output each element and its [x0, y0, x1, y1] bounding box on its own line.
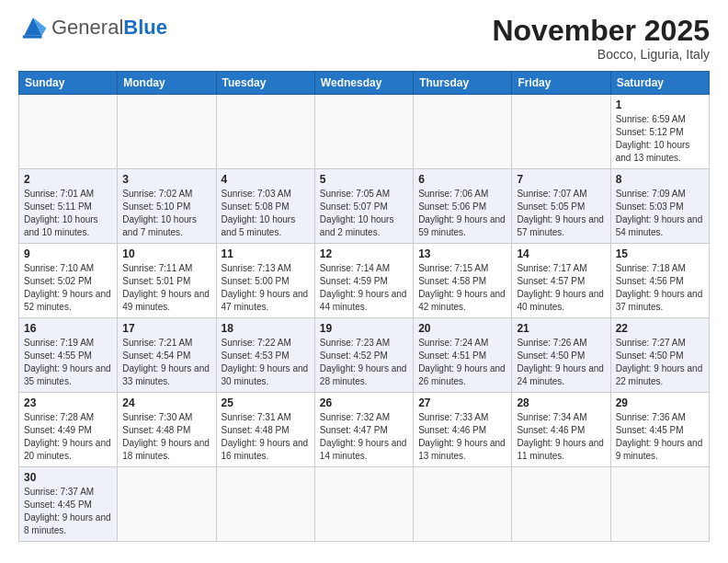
day-cell: 6Sunrise: 7:06 AMSunset: 5:06 PMDaylight… [414, 169, 512, 244]
day-cell [512, 95, 610, 169]
day-number: 13 [418, 247, 506, 260]
header: GeneralBlue November 2025 Bocco, Liguria… [18, 15, 710, 62]
day-number: 25 [222, 396, 310, 409]
calendar-table: SundayMondayTuesdayWednesdayThursdayFrid… [18, 71, 710, 542]
day-number: 3 [122, 173, 210, 186]
day-info: Sunrise: 7:11 AMSunset: 5:01 PMDaylight:… [122, 262, 210, 314]
week-row-5: 30Sunrise: 7:37 AMSunset: 4:45 PMDayligh… [19, 467, 710, 542]
day-cell [118, 95, 216, 169]
day-info: Sunrise: 7:32 AMSunset: 4:47 PMDaylight:… [320, 411, 408, 463]
day-number: 26 [320, 396, 408, 409]
day-cell: 29Sunrise: 7:36 AMSunset: 4:45 PMDayligh… [610, 393, 709, 467]
day-number: 22 [616, 322, 704, 335]
day-cell: 3Sunrise: 7:02 AMSunset: 5:10 PMDaylight… [118, 169, 216, 244]
day-number: 6 [418, 173, 506, 186]
day-cell: 21Sunrise: 7:26 AMSunset: 4:50 PMDayligh… [512, 318, 610, 393]
day-info: Sunrise: 7:26 AMSunset: 4:50 PMDaylight:… [517, 337, 605, 388]
day-info: Sunrise: 7:37 AMSunset: 4:45 PMDaylight:… [24, 486, 112, 537]
day-cell: 8Sunrise: 7:09 AMSunset: 5:03 PMDaylight… [610, 169, 709, 244]
day-info: Sunrise: 7:31 AMSunset: 4:48 PMDaylight:… [222, 411, 310, 463]
day-cell: 27Sunrise: 7:33 AMSunset: 4:46 PMDayligh… [414, 393, 512, 467]
day-cell: 5Sunrise: 7:05 AMSunset: 5:07 PMDaylight… [314, 169, 413, 244]
day-number: 14 [517, 247, 605, 260]
day-info: Sunrise: 7:03 AMSunset: 5:08 PMDaylight:… [222, 188, 310, 239]
day-info: Sunrise: 7:33 AMSunset: 4:46 PMDaylight:… [418, 411, 506, 463]
day-info: Sunrise: 7:22 AMSunset: 4:53 PMDaylight:… [222, 337, 310, 388]
day-cell: 7Sunrise: 7:07 AMSunset: 5:05 PMDaylight… [512, 169, 610, 244]
day-number: 16 [24, 322, 112, 335]
day-cell: 26Sunrise: 7:32 AMSunset: 4:47 PMDayligh… [314, 393, 413, 467]
header-wednesday: Wednesday [314, 72, 413, 95]
day-cell [414, 95, 512, 169]
day-number: 9 [24, 247, 112, 260]
day-cell: 18Sunrise: 7:22 AMSunset: 4:53 PMDayligh… [216, 318, 314, 393]
svg-rect-2 [23, 35, 42, 38]
day-cell [216, 95, 314, 169]
week-row-2: 9Sunrise: 7:10 AMSunset: 5:02 PMDaylight… [19, 244, 710, 318]
day-cell [512, 467, 610, 542]
day-number: 17 [122, 322, 210, 335]
day-info: Sunrise: 7:21 AMSunset: 4:54 PMDaylight:… [122, 337, 210, 388]
day-number: 24 [122, 396, 210, 409]
day-number: 12 [320, 247, 408, 260]
day-cell [118, 467, 216, 542]
day-cell: 16Sunrise: 7:19 AMSunset: 4:55 PMDayligh… [19, 318, 118, 393]
day-cell: 22Sunrise: 7:27 AMSunset: 4:50 PMDayligh… [610, 318, 709, 393]
day-number: 7 [517, 173, 605, 186]
day-number: 4 [222, 173, 310, 186]
day-number: 20 [418, 322, 506, 335]
day-number: 2 [24, 173, 112, 186]
day-cell: 10Sunrise: 7:11 AMSunset: 5:01 PMDayligh… [118, 244, 216, 318]
logo-blue: Blue [123, 16, 167, 39]
day-cell: 13Sunrise: 7:15 AMSunset: 4:58 PMDayligh… [414, 244, 512, 318]
calendar-page: GeneralBlue November 2025 Bocco, Liguria… [0, 0, 728, 563]
logo-icon [18, 15, 48, 40]
day-info: Sunrise: 7:27 AMSunset: 4:50 PMDaylight:… [616, 337, 704, 388]
header-sunday: Sunday [19, 72, 118, 95]
day-cell: 4Sunrise: 7:03 AMSunset: 5:08 PMDaylight… [216, 169, 314, 244]
week-row-4: 23Sunrise: 7:28 AMSunset: 4:49 PMDayligh… [19, 393, 710, 467]
day-info: Sunrise: 7:07 AMSunset: 5:05 PMDaylight:… [517, 188, 605, 239]
day-info: Sunrise: 7:19 AMSunset: 4:55 PMDaylight:… [24, 337, 112, 388]
day-cell: 15Sunrise: 7:18 AMSunset: 4:56 PMDayligh… [610, 244, 709, 318]
header-thursday: Thursday [414, 72, 512, 95]
day-info: Sunrise: 7:28 AMSunset: 4:49 PMDaylight:… [24, 411, 112, 463]
day-number: 1 [616, 98, 704, 111]
logo-text: GeneralBlue [51, 17, 167, 38]
day-info: Sunrise: 7:23 AMSunset: 4:52 PMDaylight:… [320, 337, 408, 388]
day-cell [19, 95, 118, 169]
day-cell: 28Sunrise: 7:34 AMSunset: 4:46 PMDayligh… [512, 393, 610, 467]
day-cell: 1Sunrise: 6:59 AMSunset: 5:12 PMDaylight… [610, 95, 709, 169]
month-title: November 2025 [492, 15, 710, 47]
day-info: Sunrise: 7:34 AMSunset: 4:46 PMDaylight:… [517, 411, 605, 463]
day-number: 23 [24, 396, 112, 409]
day-info: Sunrise: 7:10 AMSunset: 5:02 PMDaylight:… [24, 262, 112, 314]
day-cell: 23Sunrise: 7:28 AMSunset: 4:49 PMDayligh… [19, 393, 118, 467]
day-number: 21 [517, 322, 605, 335]
day-cell: 9Sunrise: 7:10 AMSunset: 5:02 PMDaylight… [19, 244, 118, 318]
day-cell: 2Sunrise: 7:01 AMSunset: 5:11 PMDaylight… [19, 169, 118, 244]
day-number: 29 [616, 396, 704, 409]
day-info: Sunrise: 7:14 AMSunset: 4:59 PMDaylight:… [320, 262, 408, 314]
day-number: 11 [222, 247, 310, 260]
day-cell [314, 467, 413, 542]
logo-general: General [51, 16, 123, 39]
day-cell [414, 467, 512, 542]
day-number: 10 [122, 247, 210, 260]
header-monday: Monday [118, 72, 216, 95]
week-row-1: 2Sunrise: 7:01 AMSunset: 5:11 PMDaylight… [19, 169, 710, 244]
location-title: Bocco, Liguria, Italy [492, 47, 710, 62]
day-info: Sunrise: 7:24 AMSunset: 4:51 PMDaylight:… [418, 337, 506, 388]
day-info: Sunrise: 7:13 AMSunset: 5:00 PMDaylight:… [222, 262, 310, 314]
day-cell: 20Sunrise: 7:24 AMSunset: 4:51 PMDayligh… [414, 318, 512, 393]
day-cell: 14Sunrise: 7:17 AMSunset: 4:57 PMDayligh… [512, 244, 610, 318]
day-info: Sunrise: 7:30 AMSunset: 4:48 PMDaylight:… [122, 411, 210, 463]
day-info: Sunrise: 7:09 AMSunset: 5:03 PMDaylight:… [616, 188, 704, 239]
day-cell [314, 95, 413, 169]
day-number: 27 [418, 396, 506, 409]
day-info: Sunrise: 7:06 AMSunset: 5:06 PMDaylight:… [418, 188, 506, 239]
header-friday: Friday [512, 72, 610, 95]
day-info: Sunrise: 7:17 AMSunset: 4:57 PMDaylight:… [517, 262, 605, 314]
logo: GeneralBlue [18, 15, 167, 40]
day-number: 19 [320, 322, 408, 335]
